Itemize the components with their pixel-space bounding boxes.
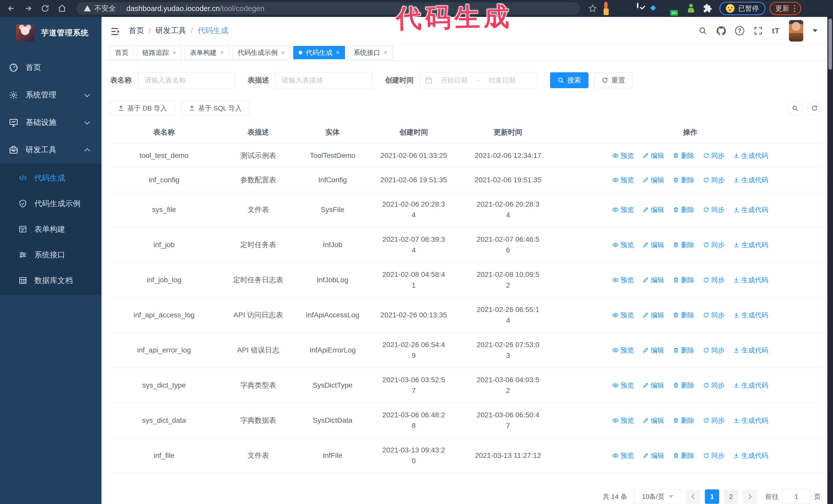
preview-link[interactable]: 预览 bbox=[612, 239, 634, 250]
table-row[interactable]: inf_config 参数配置表 InfConfig 2021-02-06 19… bbox=[110, 168, 825, 192]
scrollbar[interactable] bbox=[827, 17, 833, 504]
import-sql-button[interactable]: 基于 SQL 导入 bbox=[181, 101, 249, 116]
sync-link[interactable]: 同步 bbox=[703, 150, 724, 161]
edit-link[interactable]: 编辑 bbox=[643, 345, 664, 356]
extensions-puzzle-icon[interactable] bbox=[703, 3, 713, 14]
scrollbar-thumb[interactable] bbox=[828, 19, 832, 70]
generate-code-link[interactable]: 生成代码 bbox=[733, 274, 768, 285]
search-button[interactable]: 搜索 bbox=[550, 72, 589, 88]
reset-button[interactable]: 重置 bbox=[594, 72, 633, 88]
delete-link[interactable]: 删除 bbox=[673, 150, 694, 161]
app-logo-row[interactable]: 芋道管理系统 bbox=[0, 17, 101, 48]
refresh-table-button[interactable] bbox=[807, 101, 822, 115]
edit-link[interactable]: 编辑 bbox=[643, 380, 664, 391]
edit-link[interactable]: 编辑 bbox=[643, 150, 664, 161]
close-icon[interactable]: × bbox=[384, 49, 387, 56]
reload-button[interactable] bbox=[38, 1, 52, 16]
sidebar-item-db-doc[interactable]: 数据库文档 bbox=[0, 268, 101, 293]
sync-link[interactable]: 同步 bbox=[703, 204, 724, 215]
fullscreen-icon[interactable] bbox=[754, 26, 763, 35]
delete-link[interactable]: 删除 bbox=[673, 174, 694, 185]
generate-code-link[interactable]: 生成代码 bbox=[733, 204, 768, 215]
generate-code-link[interactable]: 生成代码 bbox=[733, 345, 768, 356]
table-row[interactable]: tool_test_demo 测试示例表 ToolTestDemo 2021-0… bbox=[110, 144, 825, 168]
tab-home[interactable]: 首页 bbox=[110, 46, 134, 59]
edit-link[interactable]: 编辑 bbox=[643, 204, 664, 215]
next-page-button[interactable] bbox=[743, 489, 757, 504]
page-size-select[interactable]: 10条/页 bbox=[634, 489, 681, 504]
close-icon[interactable]: × bbox=[336, 49, 340, 56]
preview-link[interactable]: 预览 bbox=[612, 150, 634, 161]
forward-button[interactable] bbox=[21, 1, 35, 16]
edit-link[interactable]: 编辑 bbox=[643, 310, 664, 320]
generate-code-link[interactable]: 生成代码 bbox=[733, 174, 768, 185]
generate-code-link[interactable]: 生成代码 bbox=[733, 150, 768, 161]
font-size-icon[interactable]: tT bbox=[772, 26, 780, 35]
sync-link[interactable]: 同步 bbox=[703, 380, 724, 391]
generate-code-link[interactable]: 生成代码 bbox=[733, 450, 768, 461]
sidebar-item-codegen-example[interactable]: 代码生成示例 bbox=[0, 191, 101, 216]
table-row[interactable]: inf_job_log 定时任务日志表 InfJobLog 2021-02-08… bbox=[110, 263, 825, 297]
sync-link[interactable]: 同步 bbox=[703, 345, 724, 356]
generate-code-link[interactable]: 生成代码 bbox=[733, 380, 768, 391]
table-row[interactable]: inf_file 文件表 InfFile 2021-03-13 09:43:2 … bbox=[110, 438, 825, 473]
profile-paused-chip[interactable]: 已暂停 bbox=[719, 2, 765, 15]
delete-link[interactable]: 删除 bbox=[673, 274, 694, 285]
breadcrumb-home[interactable]: 首页 bbox=[129, 25, 144, 36]
collapse-sidebar-icon[interactable] bbox=[110, 26, 120, 35]
table-row[interactable]: inf_job 定时任务表 InfJob 2021-02-07 06:39:3 … bbox=[110, 227, 825, 263]
security-status[interactable]: 不安全 bbox=[84, 4, 116, 13]
sync-link[interactable]: 同步 bbox=[703, 310, 724, 320]
delete-link[interactable]: 删除 bbox=[673, 380, 694, 391]
delete-link[interactable]: 删除 bbox=[673, 450, 694, 461]
tab-form-builder[interactable]: 表单构建× bbox=[185, 46, 229, 59]
edit-link[interactable]: 编辑 bbox=[643, 450, 664, 461]
preview-link[interactable]: 预览 bbox=[612, 450, 634, 461]
sync-link[interactable]: 同步 bbox=[703, 450, 724, 461]
table-desc-input[interactable] bbox=[275, 72, 373, 89]
date-range-picker[interactable]: - bbox=[420, 72, 538, 89]
end-date-input[interactable] bbox=[480, 76, 524, 85]
sidebar-item-devtools[interactable]: 研发工具 bbox=[0, 136, 101, 164]
table-row[interactable]: sys_dict_data 字典数据表 SysDictData 2021-03-… bbox=[110, 403, 825, 438]
table-row[interactable]: inf_api_access_log API 访问日志表 InfApiAcces… bbox=[110, 297, 825, 333]
sidebar-item-codegen[interactable]: 代码生成 bbox=[0, 165, 101, 191]
table-row[interactable]: sys_dict_type 字典类型表 SysDictType 2021-03-… bbox=[110, 368, 825, 403]
generate-code-link[interactable]: 生成代码 bbox=[733, 415, 768, 426]
back-button[interactable] bbox=[4, 1, 19, 16]
search-icon[interactable] bbox=[698, 26, 708, 35]
sidebar-item-api[interactable]: 系统接口 bbox=[0, 242, 101, 268]
user-menu-caret-icon[interactable] bbox=[812, 29, 818, 32]
page-button-1[interactable]: 1 bbox=[705, 489, 719, 504]
browser-update-button[interactable]: 更新 bbox=[769, 2, 801, 15]
bookmark-star-icon[interactable] bbox=[588, 4, 597, 13]
tab-tracing[interactable]: 链路追踪× bbox=[137, 46, 182, 59]
generate-code-link[interactable]: 生成代码 bbox=[733, 310, 768, 320]
close-icon[interactable]: × bbox=[220, 49, 224, 56]
delete-link[interactable]: 删除 bbox=[673, 345, 694, 356]
table-row[interactable]: sys_file 文件表 SysFile 2021-02-06 20:28:3 … bbox=[110, 192, 825, 227]
close-icon[interactable]: × bbox=[281, 49, 285, 56]
generate-code-link[interactable]: 生成代码 bbox=[733, 239, 768, 250]
tab-codegen-example[interactable]: 代码生成示例× bbox=[232, 46, 290, 59]
edit-link[interactable]: 编辑 bbox=[643, 174, 664, 185]
home-button[interactable] bbox=[55, 1, 69, 16]
sidebar-item-system[interactable]: 系统管理 bbox=[0, 81, 101, 109]
tab-codegen[interactable]: 代码生成× bbox=[293, 46, 345, 59]
edit-link[interactable]: 编辑 bbox=[643, 415, 664, 426]
extension-on-icon[interactable]: on bbox=[670, 3, 680, 14]
edit-link[interactable]: 编辑 bbox=[643, 239, 664, 250]
delete-link[interactable]: 删除 bbox=[673, 415, 694, 426]
sidebar-item-home[interactable]: 首页 bbox=[0, 54, 101, 81]
hide-search-button[interactable] bbox=[788, 101, 802, 115]
edit-link[interactable]: 编辑 bbox=[643, 274, 664, 285]
delete-link[interactable]: 删除 bbox=[673, 204, 694, 215]
preview-link[interactable]: 预览 bbox=[612, 380, 634, 391]
sidebar-item-form-builder[interactable]: 表单构建 bbox=[0, 216, 101, 242]
sync-link[interactable]: 同步 bbox=[703, 239, 724, 250]
user-avatar[interactable] bbox=[789, 20, 803, 42]
import-db-button[interactable]: 基于 DB 导入 bbox=[110, 101, 174, 116]
address-bar[interactable]: 不安全 dashboard.yudao.iocoder.cn/tool/code… bbox=[76, 2, 580, 15]
sync-link[interactable]: 同步 bbox=[703, 174, 724, 185]
preview-link[interactable]: 预览 bbox=[612, 345, 634, 356]
